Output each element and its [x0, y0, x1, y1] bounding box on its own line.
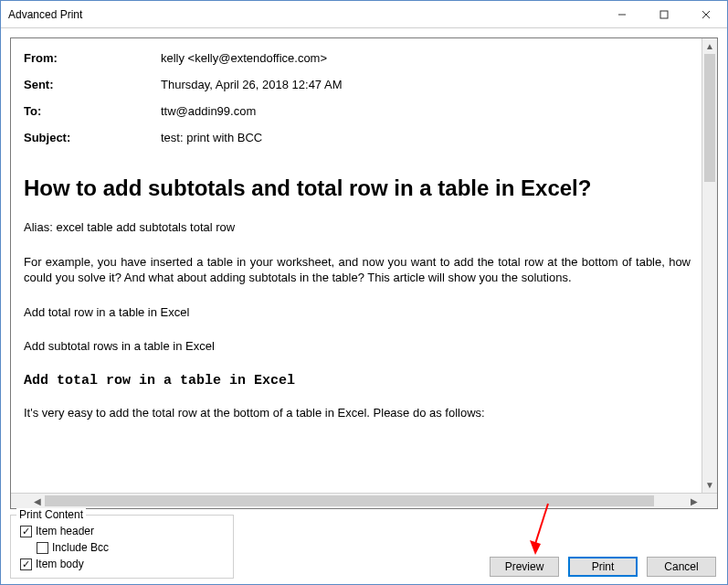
- print-content-group: Print Content Item header Include Bcc It…: [10, 515, 234, 579]
- checkbox-item-body[interactable]: Item body: [20, 558, 224, 570]
- close-button[interactable]: [685, 1, 727, 28]
- checkbox-include-bcc[interactable]: Include Bcc: [37, 541, 224, 554]
- scroll-up-icon[interactable]: ▲: [702, 38, 717, 54]
- scroll-down-icon[interactable]: ▼: [702, 477, 717, 493]
- checkbox-item-header[interactable]: Item header: [20, 525, 224, 537]
- group-legend: Print Content: [16, 508, 86, 521]
- vertical-scrollbar[interactable]: ▲ ▼: [702, 38, 717, 493]
- checkbox-label: Include Bcc: [52, 541, 109, 554]
- scroll-track[interactable]: [702, 54, 717, 477]
- from-label: From:: [24, 51, 161, 65]
- header-from: From: kelly <kelly@extendoffice.com>: [24, 51, 691, 65]
- from-value: kelly <kelly@extendoffice.com>: [161, 51, 691, 65]
- body-para1: For example, you have inserted a table i…: [24, 254, 691, 286]
- scroll-corner: [702, 494, 717, 508]
- body-heading2: Add total row in a table in Excel: [24, 373, 691, 388]
- checkbox-label: Item body: [36, 558, 84, 570]
- checkbox-icon[interactable]: [20, 526, 32, 537]
- body-link1: Add total row in a table in Excel: [24, 304, 691, 321]
- preview-pane: From: kelly <kelly@extendoffice.com> Sen…: [10, 37, 718, 509]
- minimize-button[interactable]: [601, 1, 643, 28]
- horizontal-scrollbar[interactable]: ◀ ▶: [11, 493, 717, 508]
- bottom-bar: Print Content Item header Include Bcc It…: [10, 515, 718, 579]
- client-area: From: kelly <kelly@extendoffice.com> Sen…: [1, 28, 727, 584]
- checkbox-label: Item header: [36, 525, 94, 537]
- scroll-thumb[interactable]: [704, 54, 715, 182]
- header-to: To: ttw@addin99.com: [24, 104, 691, 118]
- svg-rect-1: [660, 11, 668, 18]
- to-label: To:: [24, 104, 161, 118]
- print-button[interactable]: Print: [568, 557, 638, 577]
- preview-button[interactable]: Preview: [490, 557, 559, 577]
- body-link2: Add subtotal rows in a table in Excel: [24, 338, 691, 355]
- titlebar: Advanced Print: [1, 1, 727, 28]
- sent-value: Thursday, April 26, 2018 12:47 AM: [161, 78, 691, 91]
- body-para2: It's very easy to add the total row at t…: [24, 405, 691, 421]
- button-bar: Preview Print Cancel: [234, 557, 718, 579]
- scroll-right-icon[interactable]: ▶: [686, 494, 702, 508]
- header-sent: Sent: Thursday, April 26, 2018 12:47 AM: [24, 78, 691, 91]
- header-subject: Subject: test: print with BCC: [24, 131, 691, 144]
- subject-value: test: print with BCC: [161, 131, 691, 144]
- body-alias: Alias: excel table add subtotals total r…: [24, 219, 691, 236]
- checkbox-icon[interactable]: [20, 558, 32, 570]
- maximize-button[interactable]: [643, 1, 685, 28]
- sent-label: Sent:: [24, 78, 161, 91]
- to-value: ttw@addin99.com: [161, 104, 691, 118]
- body-title: How to add subtotals and total row in a …: [24, 176, 691, 201]
- preview-content: From: kelly <kelly@extendoffice.com> Sen…: [11, 38, 702, 493]
- window: Advanced Print From: kelly <kelly@extend…: [0, 0, 728, 585]
- window-title: Advanced Print: [8, 8, 601, 21]
- subject-label: Subject:: [24, 131, 161, 144]
- cancel-button[interactable]: Cancel: [647, 557, 716, 577]
- hscroll-thumb[interactable]: [45, 495, 654, 506]
- checkbox-icon[interactable]: [37, 542, 48, 554]
- scroll-left-icon[interactable]: ◀: [29, 494, 45, 508]
- hscroll-track[interactable]: [45, 494, 686, 508]
